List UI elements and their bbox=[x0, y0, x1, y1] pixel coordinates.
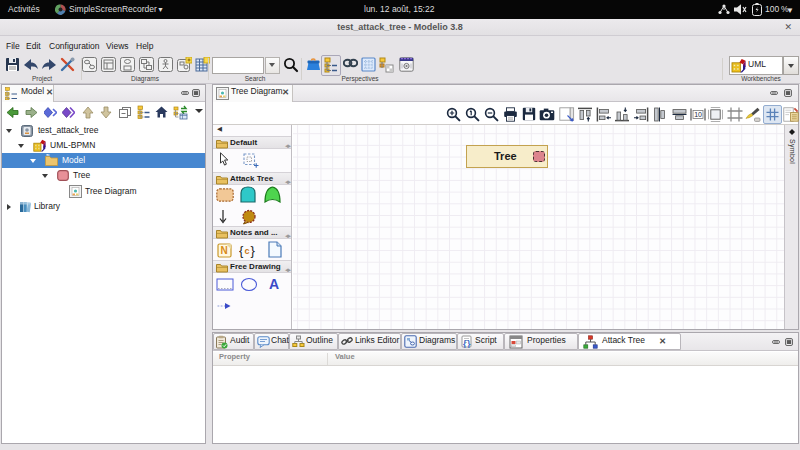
svg-text:}: } bbox=[467, 339, 471, 349]
svg-text:{: { bbox=[239, 243, 244, 258]
svg-text:10: 10 bbox=[694, 111, 702, 118]
svg-text:c: c bbox=[245, 246, 250, 256]
svg-text:A: A bbox=[269, 276, 279, 291]
svg-text:}: } bbox=[251, 243, 256, 258]
svg-text:N: N bbox=[221, 245, 228, 256]
